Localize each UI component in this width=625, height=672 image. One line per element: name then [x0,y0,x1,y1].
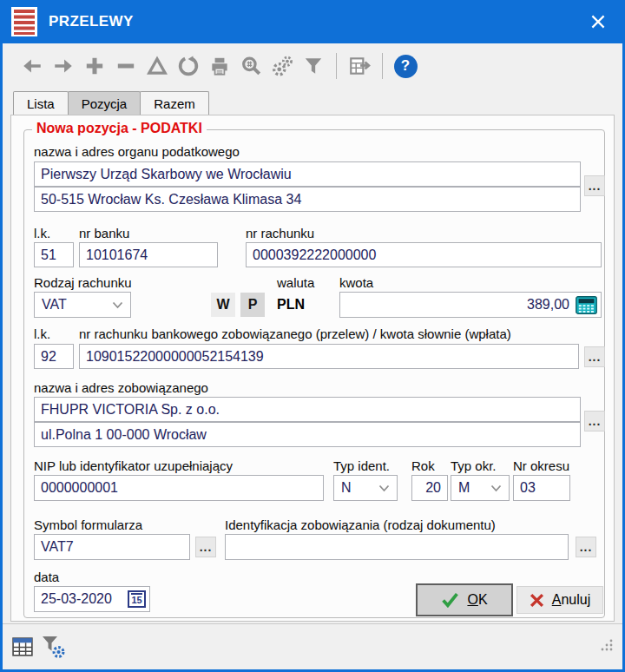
w-button[interactable]: W [211,293,235,317]
lk1-label: l.k. [34,226,50,240]
add-button[interactable] [79,50,110,82]
toolbar: ? [3,43,622,89]
rodzaj-rachunku-value: VAT [42,297,67,313]
typ-ident-value: N [341,480,352,496]
table-grid-icon [11,636,35,659]
nr-banku-input[interactable]: 10101674 [79,242,218,267]
rodzaj-rachunku-select[interactable]: VAT [34,292,131,318]
tab-razem[interactable]: Razem [140,91,209,115]
obligor-account-browse-button[interactable]: ... [584,346,605,367]
table-export-icon [348,55,371,77]
organ-browse-button[interactable]: ... [584,175,605,196]
add-icon [83,55,106,77]
ok-button-label: OK [467,592,487,608]
symbol-browse-button[interactable]: ... [195,537,216,557]
group-title: Nowa pozycja - PODATKI [32,121,207,136]
search-button[interactable] [235,50,266,82]
obligor-account-input[interactable]: 10901522000000052154139 [79,344,579,369]
back-button[interactable] [16,50,48,82]
nip-label: NIP lub identyfikator uzupełniający [34,458,233,473]
organ-label: nazwa i adres organu podatkowego [34,144,240,159]
help-button[interactable]: ? [390,50,421,82]
toolbar-separator [382,53,383,79]
typ-okr-value: M [458,480,470,496]
rodzaj-rachunku-label: Rodzaj rachunku [34,275,132,290]
app-icon [11,7,37,36]
refresh-button[interactable] [173,50,204,82]
rok-input[interactable]: 20 [411,475,448,501]
waluta-label: waluta [277,275,314,290]
obligor-browse-button[interactable]: ... [584,411,605,432]
cancel-button-label: Anuluj [552,592,590,608]
typ-okr-label: Typ okr. [451,458,497,473]
remove-icon [115,55,137,77]
tab-page-pozycja: Nowa pozycja - PODATKI nazwa i adres org… [10,115,615,622]
kwota-input[interactable]: 389,00 [339,292,602,318]
nr-okresu-input[interactable]: 03 [513,475,570,501]
table-view-button[interactable] [11,636,35,659]
cancel-button[interactable]: Anuluj [516,586,603,614]
waluta-value: PLN [277,297,305,313]
filter-button[interactable] [298,50,329,82]
tab-pozycja[interactable]: Pozycja [68,91,141,115]
symbol-formularza-input[interactable]: VAT7 [34,534,190,560]
calculator-button[interactable] [576,296,597,314]
print-icon [208,55,231,77]
settings-button[interactable] [266,50,298,82]
obligor-label: nazwa i adres zobowiązanego [34,380,208,395]
print-button[interactable] [204,50,235,82]
chevron-down-icon [490,484,502,492]
help-icon: ? [394,55,418,78]
organ-address-input[interactable]: 50-515 Wrocław Ks. Czesława Klimasa 34 [34,187,581,212]
x-icon [530,593,544,608]
close-button[interactable] [585,9,611,35]
tab-lista[interactable]: Lista [13,91,69,115]
typ-okr-select[interactable]: M [451,475,510,501]
toolbar-separator [336,53,337,79]
organ-name-input[interactable]: Pierwszy Urząd Skarbowy we Wrocławiu [34,161,581,187]
remove-button[interactable] [110,50,141,82]
resize-grip[interactable] [600,638,614,656]
table-export-button[interactable] [344,50,375,82]
refresh-icon [177,55,200,77]
lk1-input[interactable]: 51 [34,242,74,267]
filter-icon [302,55,325,77]
forward-button[interactable] [48,50,79,82]
identyfikacja-browse-button[interactable]: ... [576,537,596,557]
data-value: 25-03-2020 [41,591,112,607]
symbol-formularza-label: Symbol formularza [34,517,142,532]
edit-button[interactable] [141,50,173,82]
lk2-input[interactable]: 92 [34,344,74,369]
check-icon [441,592,459,608]
chevron-down-icon [112,301,123,309]
lk2-label: l.k. [34,326,50,341]
calculator-icon [576,296,597,314]
p-button[interactable]: P [240,293,265,317]
filter-gear-icon [41,635,67,659]
identyfikacja-label: Identyfikacja zobowiązania (rodzaj dokum… [225,517,496,532]
settings-icon [271,55,293,77]
data-label: data [34,570,59,584]
typ-ident-label: Typ ident. [333,458,390,473]
data-input[interactable]: 25-03-2020 15 [34,586,150,612]
ok-button[interactable]: OK [416,583,513,616]
kwota-label: kwota [339,275,373,290]
edit-icon [146,55,168,77]
search-icon [240,55,262,77]
calendar-icon[interactable]: 15 [128,590,146,608]
obligor-account-label: nr rachunku bankowego zobowiązanego (prz… [79,326,511,341]
nr-rachunku-input[interactable]: 0000392222000000 [246,242,602,267]
typ-ident-select[interactable]: N [333,475,398,501]
back-icon [21,55,43,77]
forward-icon [52,55,75,77]
nip-input[interactable]: 0000000001 [34,475,324,501]
close-icon [589,12,608,31]
title-bar: PRZELEWY [0,0,625,43]
nr-banku-label: nr banku [79,226,129,240]
obligor-name-input[interactable]: FHUPR VICTORIA Sp. z o.o. [34,397,581,422]
resize-grip-icon [600,638,614,652]
client-area: ? Lista Pozycja Razem Nowa pozycja - POD… [3,43,622,669]
filter-settings-button[interactable] [41,635,67,659]
obligor-address-input[interactable]: ul.Polna 1 00-000 Wrocław [34,422,581,447]
identyfikacja-input[interactable] [225,534,569,560]
